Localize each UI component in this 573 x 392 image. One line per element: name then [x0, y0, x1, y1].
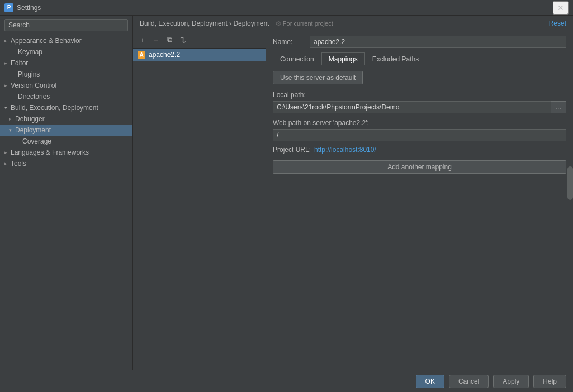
app-icon: P: [4, 3, 13, 12]
server-list-item[interactable]: A apache2.2: [133, 49, 266, 61]
sidebar-item-label-deployment: Deployment: [15, 126, 51, 134]
default-btn-container: Use this server as default: [273, 71, 566, 91]
sidebar-item-label-tools: Tools: [11, 160, 26, 168]
default-server-button[interactable]: Use this server as default: [273, 71, 363, 84]
title-bar: P Settings ✕: [0, 0, 573, 16]
sidebar-item-build-exec-deploy[interactable]: ▾Build, Execution, Deployment: [0, 102, 132, 113]
tab-excluded-paths[interactable]: Excluded Paths: [365, 52, 426, 65]
arrow-icon-appearance: ▸: [4, 38, 7, 44]
sidebar-item-coverage[interactable]: Coverage: [0, 136, 132, 147]
project-url-label: Project URL:: [273, 146, 311, 154]
add-mapping-button[interactable]: Add another mapping: [273, 160, 566, 174]
cancel-button[interactable]: Cancel: [449, 375, 489, 388]
arrow-icon-editor: ▸: [4, 60, 7, 66]
reset-link[interactable]: Reset: [549, 20, 566, 27]
local-path-browse-button[interactable]: ...: [551, 101, 566, 113]
title-bar-title: Settings: [17, 4, 41, 12]
sidebar-item-label-editor: Editor: [11, 59, 28, 67]
sidebar-item-languages-frameworks[interactable]: ▸Languages & Frameworks: [0, 147, 132, 158]
web-path-row: [273, 129, 566, 141]
close-button[interactable]: ✕: [553, 1, 569, 15]
sidebar-item-version-control[interactable]: ▸Version Control: [0, 80, 132, 91]
name-label: Name:: [273, 38, 306, 46]
svg-text:A: A: [139, 52, 143, 58]
tab-mappings[interactable]: Mappings: [321, 52, 365, 65]
server-panel: + – ⧉ ⇅ A apache2.2: [133, 31, 573, 370]
server-name: apache2.2: [149, 51, 180, 59]
tab-connection[interactable]: Connection: [273, 52, 321, 65]
server-toolbar: + – ⧉ ⇅: [133, 31, 266, 49]
sidebar-items: ▸Appearance & BehaviorKeymap▸EditorPlugi…: [0, 35, 132, 169]
scroll-handle: [567, 166, 573, 200]
sidebar-item-label-build-exec-deploy: Build, Execution, Deployment: [11, 104, 98, 112]
breadcrumb-path: Build, Execution, Deployment › Deploymen…: [140, 20, 269, 27]
sidebar-item-label-debugger: Debugger: [15, 115, 45, 123]
web-path-label: Web path on server 'apache2.2':: [273, 119, 566, 127]
sidebar-item-keymap[interactable]: Keymap: [0, 46, 132, 58]
sidebar-item-editor[interactable]: ▸Editor: [0, 58, 132, 69]
sidebar: ▸Appearance & BehaviorKeymap▸EditorPlugi…: [0, 16, 133, 370]
right-panel: Name: ConnectionMappingsExcluded Paths U…: [266, 31, 573, 370]
arrow-icon-tools: ▸: [4, 161, 7, 166]
sidebar-item-label-version-control: Version Control: [11, 82, 56, 89]
sidebar-item-label-keymap: Keymap: [18, 48, 42, 56]
arrow-icon-languages-frameworks: ▸: [4, 150, 7, 155]
arrow-icon-deployment: ▾: [9, 127, 12, 133]
remove-server-button[interactable]: –: [150, 34, 162, 46]
footer: OK Cancel Apply Help: [0, 370, 573, 392]
sidebar-item-tools[interactable]: ▸Tools: [0, 158, 132, 169]
server-list: A apache2.2: [133, 49, 266, 370]
project-url-link[interactable]: http://localhost:8010/: [314, 146, 376, 154]
ok-button[interactable]: OK: [416, 375, 444, 388]
project-url-row: Project URL: http://localhost:8010/: [273, 146, 566, 154]
apply-button[interactable]: Apply: [493, 375, 529, 388]
sidebar-item-label-coverage: Coverage: [22, 137, 51, 145]
sidebar-item-label-appearance: Appearance & Behavior: [11, 37, 82, 45]
web-path-input[interactable]: [273, 129, 566, 141]
server-list-area: + – ⧉ ⇅ A apache2.2: [133, 31, 266, 370]
sidebar-item-directories[interactable]: Directories: [0, 91, 132, 102]
local-path-input[interactable]: [273, 101, 551, 113]
breadcrumb-bar: Build, Execution, Deployment › Deploymen…: [133, 16, 573, 31]
name-input[interactable]: [310, 36, 566, 48]
arrow-icon-debugger: ▸: [9, 116, 12, 122]
sidebar-item-label-directories: Directories: [18, 93, 50, 101]
breadcrumb: Build, Execution, Deployment › Deploymen…: [140, 20, 333, 27]
arrow-icon-build-exec-deploy: ▾: [4, 105, 7, 111]
sidebar-item-appearance[interactable]: ▸Appearance & Behavior: [0, 35, 132, 46]
sidebar-item-label-plugins: Plugins: [18, 70, 40, 78]
main-layout: ▸Appearance & BehaviorKeymap▸EditorPlugi…: [0, 16, 573, 370]
sidebar-item-plugins[interactable]: Plugins: [0, 69, 132, 80]
local-path-label: Local path:: [273, 91, 566, 99]
local-path-row: ...: [273, 101, 566, 113]
help-button[interactable]: Help: [533, 375, 566, 388]
arrow-icon-version-control: ▸: [4, 83, 7, 88]
content-area: Build, Execution, Deployment › Deploymen…: [133, 16, 573, 370]
add-server-button[interactable]: +: [136, 34, 149, 46]
server-icon: A: [138, 51, 145, 59]
sidebar-item-deployment[interactable]: ▾Deployment: [0, 125, 132, 136]
sidebar-item-debugger[interactable]: ▸Debugger: [0, 113, 132, 125]
copy-server-button[interactable]: ⧉: [163, 34, 176, 46]
breadcrumb-project: ⚙ For current project: [276, 20, 333, 27]
search-input[interactable]: [4, 19, 128, 31]
sidebar-search-container: [0, 16, 132, 35]
title-bar-left: P Settings: [4, 3, 41, 12]
sidebar-item-label-languages-frameworks: Languages & Frameworks: [11, 149, 89, 156]
name-field-row: Name:: [273, 36, 566, 48]
move-server-button[interactable]: ⇅: [177, 34, 189, 46]
tab-bar: ConnectionMappingsExcluded Paths: [273, 52, 566, 65]
